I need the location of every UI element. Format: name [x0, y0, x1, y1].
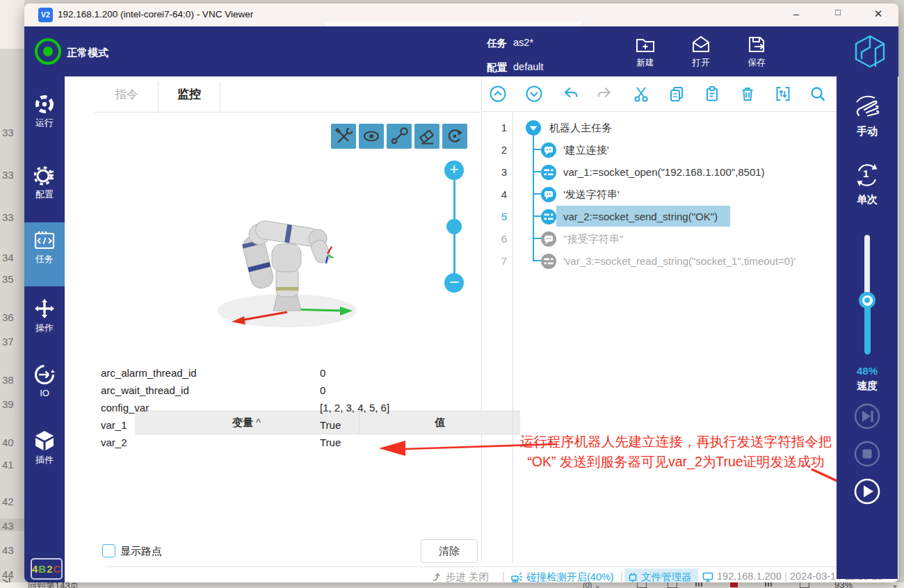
cut-icon[interactable]	[632, 85, 650, 103]
slider-handle[interactable]	[859, 292, 875, 309]
eraser-icon[interactable]	[414, 124, 439, 149]
tab-instruction[interactable]: 指令	[95, 76, 159, 112]
paste-icon[interactable]	[703, 85, 721, 103]
tab-monitor[interactable]: 监控	[159, 76, 220, 112]
script-icon	[540, 253, 557, 270]
file-manager-chip[interactable]: 文件管理器	[624, 569, 698, 582]
app-header: 正常模式 任务 as2* 配置 default 新建 打开	[24, 26, 898, 76]
waypoints-icon[interactable]	[387, 124, 412, 149]
close-button[interactable]: ✕	[868, 8, 889, 20]
bg-line-number: 38	[2, 374, 14, 386]
main-content: 指令 监控	[65, 76, 837, 566]
search-icon[interactable]	[809, 85, 827, 103]
left-sidebar: 运行 配置 任务 操作	[24, 76, 65, 582]
replace-icon[interactable]	[774, 85, 792, 103]
comment-icon	[540, 142, 557, 158]
single-run-button[interactable]: 1	[853, 161, 881, 189]
bg-line-number: 36	[2, 311, 14, 323]
undo-icon[interactable]	[560, 85, 579, 103]
bg-line-number: 35	[2, 273, 14, 285]
new-folder-icon	[634, 33, 656, 56]
mode-status-dot	[43, 47, 53, 56]
zoom-in-button[interactable]: +	[444, 161, 464, 180]
redo-icon[interactable]	[597, 85, 615, 103]
expand-all-icon[interactable]	[525, 85, 543, 103]
eye-icon[interactable]	[359, 124, 384, 149]
bg-line-number: 42	[2, 496, 14, 507]
vnc-logo-icon: V2	[38, 8, 53, 22]
status-bar: 步进 关闭 | 碰撞检测开启(40%) | 文件管理器 192.168.1.20…	[105, 566, 877, 582]
minimize-button[interactable]: –	[786, 8, 807, 19]
collision-icon	[510, 571, 523, 582]
vnc-window: V2 192.168.1.200 (intel-corei7-64:0) - V…	[24, 3, 898, 582]
bg-zoom-level: 93%	[834, 582, 853, 588]
play-button[interactable]	[853, 477, 881, 505]
hand-icon	[852, 92, 882, 122]
bg-line-number: 37	[2, 336, 14, 348]
comment-icon	[540, 186, 557, 203]
usb-icon	[627, 571, 638, 582]
bg-line-number: 40	[2, 436, 14, 448]
step-icon	[432, 571, 443, 582]
tree-trunk-line	[533, 135, 534, 261]
show-waypoints-checkbox[interactable]	[102, 544, 115, 557]
bg-icon	[800, 582, 809, 588]
collision-status[interactable]: 碰撞检测开启(40%)	[526, 571, 614, 582]
sidebar-item-config[interactable]: 配置	[24, 165, 65, 201]
sidebar-item-task[interactable]: 任务	[24, 230, 65, 266]
run-icon	[34, 94, 55, 115]
show-waypoints-label: 显示路点	[120, 545, 162, 558]
bg-line-number: 33	[2, 211, 14, 223]
sidebar-item-run[interactable]: 运行	[24, 94, 65, 129]
script-icon	[540, 164, 557, 181]
new-task-button[interactable]: 新建	[623, 33, 668, 69]
maximize-button[interactable]: □	[828, 7, 848, 17]
remote-ip: 192.168.1.200	[717, 571, 782, 582]
task-root-icon[interactable]	[525, 120, 542, 136]
rotate-icon[interactable]	[442, 124, 467, 149]
brand-logo-icon	[852, 33, 888, 70]
script-icon	[540, 209, 557, 225]
monitor-icon	[702, 571, 713, 582]
step-over-button[interactable]	[853, 402, 881, 430]
bg-chevron: ⌄	[891, 582, 898, 588]
screen: 33 33 33 34 35 36 37 38 39 40 41 42 43 4…	[0, 0, 904, 588]
manual-mode-button[interactable]	[852, 92, 882, 122]
robot-3d-view[interactable]	[204, 205, 371, 330]
open-task-button[interactable]: 打开	[679, 33, 723, 69]
bg-icon	[668, 582, 677, 588]
bg-line-number: 34	[2, 252, 14, 263]
sort-asc-icon[interactable]: ^	[256, 416, 261, 428]
bg-line-number: 43	[2, 544, 14, 556]
sidebar-item-io[interactable]: IO	[24, 364, 65, 398]
stop-button[interactable]	[853, 440, 881, 468]
zoom-out-button[interactable]: −	[444, 273, 464, 293]
delete-icon[interactable]	[738, 85, 757, 103]
bg-line-number: 43	[2, 520, 14, 532]
save-task-button[interactable]: 保存	[734, 33, 779, 69]
window-title: 192.168.1.200 (intel-corei7-64:0) - VNC …	[58, 9, 253, 19]
task-value[interactable]: as2*	[513, 37, 533, 48]
collapse-all-icon[interactable]	[489, 85, 507, 103]
task-code-icon	[33, 230, 56, 251]
step-status: 步进 关闭	[446, 571, 489, 582]
config-value[interactable]: default	[513, 61, 544, 72]
annotation-arrows	[336, 424, 837, 566]
bg-footer-glyphs: (0) ⌄	[583, 582, 601, 588]
bg-icon	[765, 582, 766, 587]
speed-percentage: 48%	[837, 365, 898, 377]
move-arrows-icon	[33, 297, 56, 320]
zoom-handle[interactable]	[446, 219, 462, 234]
sidebar-item-operate[interactable]: 操作	[24, 297, 65, 334]
tools-icon[interactable]	[331, 124, 356, 149]
task-label: 任务	[487, 37, 507, 50]
copy-icon[interactable]	[668, 85, 686, 103]
bg-line-number: 33	[2, 169, 14, 181]
bg-line-number: 39	[2, 398, 14, 410]
sidebar-item-plugin[interactable]: 插件	[24, 430, 65, 466]
gear-icon	[34, 165, 55, 186]
background-taskbar: 回到第143页 (0) ⌄ 93% ⌄	[0, 582, 904, 588]
open-icon	[690, 33, 712, 56]
config-label: 配置	[487, 61, 507, 74]
background-patch	[0, 0, 24, 49]
